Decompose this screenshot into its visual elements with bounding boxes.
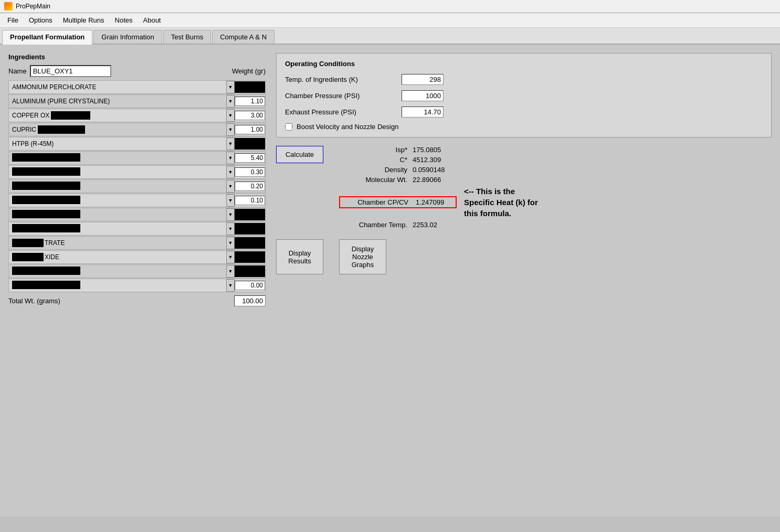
cstar-row: C* 4512.309 [339,156,538,164]
ingredient-name [9,223,226,235]
tab-propellant-formulation[interactable]: Propellant Formulation [2,30,92,45]
dropdown-arrow[interactable]: ▼ [226,109,235,122]
menu-bar: File Options Multiple Runs Notes About [0,13,780,28]
ingredient-name: COPPER OX [9,110,226,121]
ingredient-name [9,195,226,207]
ingredient-row: CUPRIC ▼ [8,123,266,136]
tab-compute-an[interactable]: Compute A & N [212,30,275,44]
oc-title: Operating Conditions [285,60,763,68]
dropdown-arrow[interactable]: ▼ [226,81,235,93]
weight-input[interactable] [235,153,265,163]
ingredient-row: ALUMINUM (PURE CRYSTALINE) ▼ [8,94,266,108]
chamber-pressure-label: Chamber Pressure (PSI) [285,92,395,100]
ingredient-name [9,209,226,221]
dropdown-arrow[interactable]: ▼ [226,265,235,278]
isp-row: Isp* 175.0805 [339,146,538,154]
chamber-temp-label: Chamber Temp. [339,221,413,229]
ingredient-name: ALUMINUM (PURE CRYSTALINE) [9,97,226,106]
weight-blackbox [235,209,265,220]
dropdown-arrow[interactable]: ▼ [226,180,235,193]
tab-test-burns[interactable]: Test Burns [163,30,211,44]
cstar-value: 4512.309 [413,156,441,164]
dropdown-arrow[interactable]: ▼ [226,222,235,235]
ingredient-row: XIDE ▼ [8,250,266,264]
cpcv-row: Chamber CP/CV 1.247099 <-- This is theSp… [339,186,538,219]
ingredients-panel: Ingredients Name Weight (gr) AMMONIUM PE… [8,53,266,508]
molecular-wt-value: 22.89066 [413,176,441,184]
weight-input[interactable] [235,281,265,290]
molecular-wt-row: Molecular Wt. 22.89066 [339,176,538,184]
ingredient-row: ▼ [8,279,266,292]
name-input[interactable] [30,65,111,77]
chamber-pressure-input[interactable] [402,90,444,101]
exhaust-pressure-input[interactable] [402,107,444,118]
weight-blackbox [235,81,265,93]
calculate-button[interactable]: Calculate [276,146,323,163]
dropdown-arrow[interactable]: ▼ [226,166,235,178]
weight-input[interactable] [235,196,265,205]
ingredient-row: ▼ [8,165,266,179]
ingredients-list: AMMONIUM PERCHLORATE ▼ ALUMINUM (PURE CR… [8,80,266,292]
ingredient-row: ▼ [8,264,266,278]
total-row: Total Wt. (grams) [8,295,266,306]
ingredient-row: TRATE ▼ [8,236,266,250]
exhaust-pressure-label: Exhaust Pressure (PSI) [285,108,395,116]
chamber-temp-value: 2253.02 [413,221,437,229]
main-content: Ingredients Name Weight (gr) AMMONIUM PE… [0,45,780,517]
ingredient-name [9,166,226,178]
menu-file[interactable]: File [3,15,23,26]
cpcv-label: Chamber CP/CV [340,197,414,207]
temp-input[interactable] [402,74,444,85]
weight-input[interactable] [235,97,265,106]
density-row: Density 0.0590148 [339,166,538,174]
boost-velocity-checkbox[interactable] [285,123,292,131]
ingredient-name: AMMONIUM PERCHLORATE [9,82,226,92]
dropdown-arrow[interactable]: ▼ [226,152,235,164]
weight-blackbox [235,223,265,235]
ingredient-row: HTPB (R-45M) ▼ [8,137,266,151]
ingredient-row: ▼ [8,151,266,165]
app-icon [4,2,13,10]
boost-velocity-label[interactable]: Boost Velocity and Nozzle Design [297,123,398,131]
ingredient-name [9,265,226,278]
cpcv-value: 1.247099 [414,197,456,207]
ingredient-row: AMMONIUM PERCHLORATE ▼ [8,80,266,94]
dropdown-arrow[interactable]: ▼ [226,194,235,207]
dropdown-arrow[interactable]: ▼ [226,208,235,221]
ingredient-row: COPPER OX ▼ [8,109,266,122]
menu-notes[interactable]: Notes [111,15,137,26]
ingredient-name [9,180,226,193]
title-bar: ProPepMain [0,0,780,13]
weight-input[interactable] [235,125,265,134]
temp-row: Temp. of Ingredients (K) [285,74,763,85]
weight-blackbox [235,138,265,150]
weight-input[interactable] [235,111,265,120]
dropdown-arrow[interactable]: ▼ [226,237,235,249]
menu-multiple-runs[interactable]: Multiple Runs [59,15,109,26]
ingredient-name: XIDE [9,252,226,262]
ingredient-name [9,152,226,164]
ingredient-row: ▼ [8,194,266,207]
dropdown-arrow[interactable]: ▼ [226,123,235,136]
density-value: 0.0590148 [413,166,445,174]
ingredient-row: ▼ [8,208,266,221]
dropdown-arrow[interactable]: ▼ [226,95,235,108]
weight-blackbox [235,237,265,249]
weight-input[interactable] [235,167,265,177]
weight-input[interactable] [235,182,265,191]
weight-header: Weight (gr) [232,67,266,75]
dropdown-arrow[interactable]: ▼ [226,251,235,263]
dropdown-arrow[interactable]: ▼ [226,137,235,150]
weight-blackbox [235,251,265,263]
boost-velocity-row: Boost Velocity and Nozzle Design [285,123,763,131]
ingredient-name [9,280,226,292]
display-results-button[interactable]: DisplayResults [276,239,323,274]
dropdown-arrow[interactable]: ▼ [226,279,235,292]
operating-conditions: Operating Conditions Temp. of Ingredient… [276,53,772,137]
tab-grain-information[interactable]: Grain Information [93,30,162,44]
weight-blackbox [235,265,265,277]
menu-about[interactable]: About [139,15,165,26]
display-nozzle-graphs-button[interactable]: DisplayNozzleGraphs [339,239,386,274]
menu-options[interactable]: Options [25,15,57,26]
right-panel: Operating Conditions Temp. of Ingredient… [276,53,772,508]
